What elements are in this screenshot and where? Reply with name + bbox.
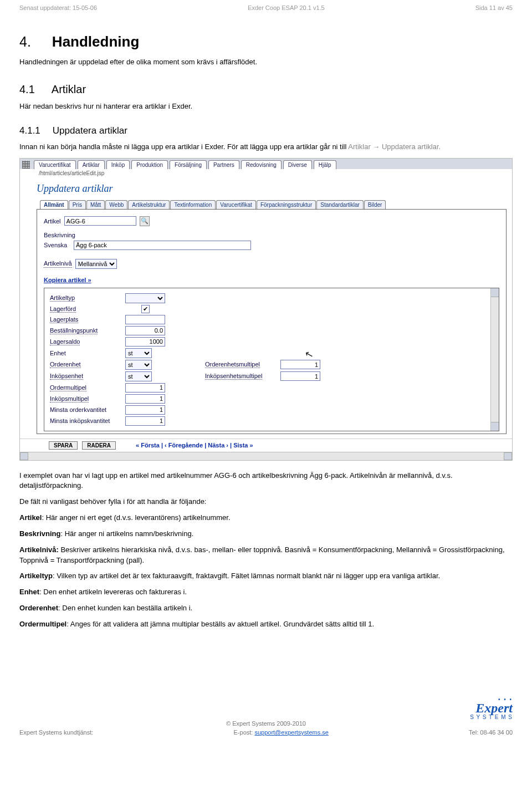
footer-right: Tel: 08-46 34 00 — [469, 729, 513, 736]
enhet-select[interactable]: st — [125, 348, 152, 358]
lbl-lagersaldo: Lagersaldo — [50, 338, 80, 345]
lbl-enhet: Enhet — [50, 350, 122, 356]
h2-number: 4.1 — [19, 83, 35, 96]
h1-title: Handledning — [52, 33, 139, 50]
tab-forpackningsstruktur[interactable]: Förpackningsstruktur — [257, 200, 316, 209]
radera-button[interactable]: RADERA — [82, 441, 116, 450]
lbl-lagerplats: Lagerplats — [50, 316, 78, 323]
pager-links[interactable]: « Första | ‹ Föregående | Nästa › | Sist… — [136, 442, 253, 448]
menu-forsaljning[interactable]: Försäljning — [170, 160, 207, 169]
bestallningspunkt-input[interactable] — [125, 326, 165, 335]
h2-title: Artiklar — [52, 83, 86, 96]
p-beskrivning: Beskrivning: Här anger ni artikelns namn… — [19, 529, 513, 539]
lbl-minsta-inkopskv: Minsta inköpskvantitet — [50, 417, 122, 424]
lbl-minsta-orderkv: Minsta orderkvantitet — [50, 406, 122, 413]
inkopsmultipel-input[interactable] — [125, 394, 165, 404]
app-screenshot: Varucertifikat Artiklar Inköp Produktion… — [19, 158, 513, 461]
lbl-inkopsenhetsmultipel: Inköpsenhetsmultipel — [205, 373, 262, 380]
lagersaldo-input[interactable] — [125, 337, 165, 346]
footer-copyright: © Expert Systems 2009-2010 — [19, 720, 513, 727]
meta-updated: Senast uppdaterat: 15-05-06 — [19, 4, 97, 11]
p-artikelniva: Artikelnivå: Beskriver artikelns hierark… — [19, 545, 513, 566]
tab-webb[interactable]: Webb — [105, 200, 127, 209]
kopiera-artikel-link[interactable]: Kopiera artikel » — [44, 277, 91, 283]
artikel-label: Artikel — [44, 218, 61, 225]
tab-matt[interactable]: Mått — [86, 200, 105, 209]
orderenhetsmultipel-input[interactable] — [280, 360, 320, 369]
menu-redovisning[interactable]: Redovisning — [241, 160, 282, 169]
p-artikeltyp: Artikeltyp: Vilken typ av artikel det är… — [19, 571, 513, 582]
lbl-bestallningspunkt: Beställningspunkt — [50, 327, 98, 334]
lagerford-checkbox[interactable]: ✔ — [141, 305, 150, 313]
menu-inkop[interactable]: Inköp — [106, 160, 130, 169]
inkopsenhet-select[interactable]: st — [125, 371, 152, 381]
tab-allmant[interactable]: Allmänt — [40, 200, 68, 209]
grid-icon[interactable] — [22, 161, 30, 169]
meta-center: Exder Coop ESAP 20.1 v1.5 — [248, 4, 325, 11]
p-artikel: Artikel: Här anger ni ert eget (d.v.s. l… — [19, 513, 513, 523]
footer-mid: E-post: support@expertsystems.se — [234, 729, 329, 736]
h1-number: 4. — [19, 34, 31, 50]
tab-artikelstruktur[interactable]: Artikelstruktur — [128, 200, 170, 209]
menu-varucertifikat[interactable]: Varucertifikat — [34, 160, 76, 169]
subtab-row: Allmänt Pris Mått Webb Artikelstruktur T… — [40, 200, 507, 209]
p-example: I exemplet ovan har vi lagt upp en artik… — [19, 471, 513, 492]
menu-diverse[interactable]: Diverse — [283, 160, 312, 169]
footer-email-link[interactable]: support@expertsystems.se — [254, 729, 328, 736]
artikelniva-label: Artikelnivå — [44, 260, 72, 268]
menu-artiklar[interactable]: Artiklar — [78, 160, 105, 169]
p-orderenhet: Orderenhet: Den enhet kunden kan beställ… — [19, 603, 513, 614]
h3-intro-b: Artiklar → Uppdatera artiklar. — [348, 142, 441, 151]
lbl-orderenhet: Orderenhet — [50, 361, 81, 368]
p-fields-intro: De fält ni vanligast behöver fylla i för… — [19, 497, 513, 507]
orderenhet-select[interactable]: st — [125, 360, 152, 370]
h3-title: Uppdatera artiklar — [53, 125, 127, 136]
detail-panel: ↖ Artikeltyp Lagerförd ✔ Lagerplats Best… — [44, 288, 499, 431]
spara-button[interactable]: SPARA — [49, 441, 78, 450]
tab-bilder[interactable]: Bilder — [364, 200, 386, 209]
artikeltyp-select[interactable] — [125, 293, 165, 303]
inkopsenhetsmultipel-input[interactable] — [280, 371, 320, 381]
tab-pris[interactable]: Pris — [69, 200, 86, 209]
beskrivning-label: Beskrivning — [44, 232, 75, 238]
logo: • • • Expert S Y S T E M S — [19, 696, 513, 721]
minsta-orderkv-input[interactable] — [125, 405, 165, 415]
p-ordermultipel: Ordermultipel: Anges för att validera at… — [19, 619, 513, 630]
lbl-ordermultipel: Ordermultipel — [50, 384, 86, 391]
menubar: Varucertifikat Artiklar Inköp Produktion… — [20, 159, 512, 169]
path-bar: /html/articles/articleEdit.jsp — [20, 169, 512, 180]
p-enhet: Enhet: Den enhet artikeln levereras och … — [19, 587, 513, 598]
search-icon[interactable]: 🔍 — [140, 216, 150, 226]
h3-number: 4.1.1 — [19, 125, 40, 136]
menu-hjalp[interactable]: Hjälp — [314, 160, 336, 169]
svenska-input[interactable] — [74, 241, 251, 250]
menu-produktion[interactable]: Produktion — [131, 160, 168, 169]
outer-scrollbar[interactable] — [20, 452, 512, 460]
form-panel: Artikel 🔍 Beskrivning Svenska Artikelniv… — [37, 209, 507, 434]
screen-title: Uppdatera artiklar — [37, 183, 507, 195]
tab-varucertifikat[interactable]: Varucertifikat — [216, 200, 256, 209]
lbl-orderenhetsmultipel: Orderenhetsmultipel — [205, 361, 260, 368]
tab-standardartiklar[interactable]: Standardartiklar — [316, 200, 364, 209]
h3-intro: Innan ni kan börja handla måste ni lägga… — [19, 142, 513, 152]
h1-intro: Handledningen är uppdelad efter de olika… — [19, 57, 513, 68]
inner-scrollbar[interactable] — [490, 288, 499, 431]
artikelniva-select[interactable]: Mellannivå — [75, 259, 117, 269]
ordermultipel-input[interactable] — [125, 383, 165, 393]
footer-left: Expert Systems kundtjänst: — [19, 729, 93, 736]
menu-partners[interactable]: Partners — [208, 160, 239, 169]
svenska-label: Svenska — [44, 242, 70, 248]
h2-intro: Här nedan beskrivs hur ni hanterar era a… — [19, 101, 513, 112]
meta-page: Sida 11 av 45 — [475, 4, 513, 11]
lbl-artikeltyp: Artikeltyp — [50, 294, 75, 302]
minsta-inkopskv-input[interactable] — [125, 416, 165, 426]
artikel-input[interactable] — [64, 216, 136, 226]
h3-intro-a: Innan ni kan börja handla måste ni lägga… — [19, 142, 348, 151]
lbl-lagerford: Lagerförd — [50, 305, 76, 313]
tab-textinformation[interactable]: Textinformation — [170, 200, 216, 209]
lbl-inkopsenhet: Inköpsenhet — [50, 373, 83, 380]
lbl-inkopsmultipel: Inköpsmultipel — [50, 395, 89, 402]
lagerplats-input[interactable] — [125, 315, 165, 324]
